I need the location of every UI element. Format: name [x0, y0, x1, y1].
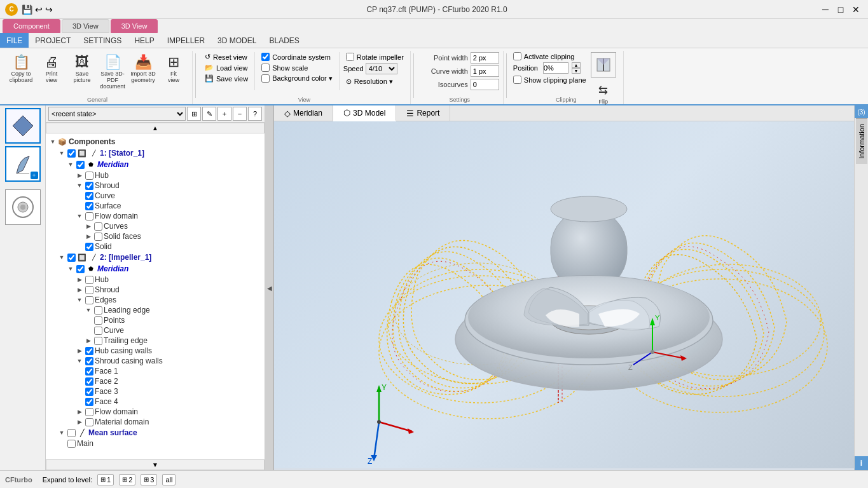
tree-add-button[interactable]: +: [217, 107, 231, 121]
mean-surface-checkbox[interactable]: [67, 429, 76, 437]
panel-collapse-button[interactable]: ◀: [265, 105, 274, 470]
curve-shroud-stator-checkbox[interactable]: [85, 192, 93, 200]
expand-all-button[interactable]: all: [162, 474, 176, 485]
tree-item-hub-casing[interactable]: ▶ Hub casing walls: [46, 346, 265, 356]
shroud-impeller-checkbox[interactable]: [85, 286, 93, 294]
information-tab[interactable]: Information: [856, 118, 867, 164]
trailing-edge-checkbox[interactable]: [94, 337, 102, 345]
tree-item-curves-flow-stator[interactable]: ▶ Curves: [46, 221, 265, 231]
save-view-row[interactable]: 💾 Save view: [202, 74, 251, 83]
tree-item-hub-impeller[interactable]: ▶ Hub: [46, 274, 265, 285]
curves-flow-stator-expand[interactable]: ▶: [84, 222, 93, 231]
shroud-casing-checkbox[interactable]: [85, 357, 93, 365]
stator1-checkbox[interactable]: [67, 149, 76, 158]
meridian-impeller-checkbox[interactable]: [76, 265, 85, 273]
menu-settings[interactable]: SETTINGS: [77, 33, 128, 48]
undo-icon[interactable]: ↩: [35, 4, 43, 15]
tree-item-edges[interactable]: ▼ Edges: [46, 295, 265, 305]
coordinate-system-checkbox[interactable]: [261, 53, 270, 61]
tree-remove-button[interactable]: −: [233, 107, 247, 121]
close-button[interactable]: ✕: [849, 3, 863, 17]
tree-item-meridian-impeller[interactable]: ▼ ⬟ Meridian: [46, 263, 265, 274]
info-icon[interactable]: i: [855, 456, 869, 470]
3d-scene[interactable]: Y Z Y: [274, 121, 854, 468]
speed-select[interactable]: 4/101/1010/10: [366, 63, 397, 74]
tree-item-leading-edge[interactable]: ▼ Leading edge: [46, 305, 265, 315]
face1-checkbox[interactable]: [85, 367, 93, 376]
tree-item-impeller1[interactable]: ▼ 🔲 ╱ 2: [Impeller_1]: [46, 252, 265, 263]
background-color-row[interactable]: Background color ▾: [259, 74, 335, 83]
meridian-impeller-expand[interactable]: ▼: [66, 264, 75, 273]
copy-clipboard-button[interactable]: 📋 Copy toclipboard: [6, 52, 36, 86]
face4-checkbox[interactable]: [85, 398, 93, 406]
impeller1-expand[interactable]: ▼: [57, 253, 66, 262]
tree-item-material-domain[interactable]: ▶ Material domain: [46, 417, 265, 427]
tree-item-surface-shroud-stator[interactable]: Surface: [46, 201, 265, 211]
show-clipping-plane-checkbox[interactable]: [513, 76, 521, 84]
menu-impeller[interactable]: IMPELLER: [161, 33, 211, 48]
tab-component[interactable]: Component: [3, 19, 60, 33]
tree-item-solid[interactable]: Solid: [46, 241, 265, 252]
tree-item-trailing-edge[interactable]: ▶ Trailing edge: [46, 336, 265, 346]
shroud-casing-expand[interactable]: ▼: [75, 356, 84, 365]
stator1-expand[interactable]: ▼: [57, 149, 66, 158]
tree-item-mean-surface[interactable]: ▼ ╱ Mean surface: [46, 427, 265, 438]
load-view-row[interactable]: 📂 Load view: [202, 63, 251, 72]
tree-help-button[interactable]: ?: [248, 107, 262, 121]
show-scale-row[interactable]: Show scale: [259, 63, 335, 72]
tool-impeller-button[interactable]: [5, 189, 41, 225]
material-domain-expand[interactable]: ▶: [75, 417, 84, 426]
meridian-stator-checkbox[interactable]: [76, 161, 85, 169]
solid-faces-checkbox[interactable]: [94, 233, 102, 241]
clipping-plane-icon-button[interactable]: [591, 52, 616, 78]
flow-domain-impeller-expand[interactable]: ▶: [75, 407, 84, 416]
resolution-row[interactable]: ⊙ Resolution ▾: [343, 77, 406, 86]
hub-stator-expand[interactable]: ▶: [75, 171, 84, 180]
tree-item-hub-stator[interactable]: ▶ Hub: [46, 170, 265, 180]
flow-domain-stator-checkbox[interactable]: [85, 212, 93, 220]
curve-width-input[interactable]: [471, 65, 499, 77]
hub-casing-checkbox[interactable]: [85, 347, 93, 355]
tool-component-button[interactable]: [5, 108, 41, 144]
point-width-input[interactable]: [471, 52, 499, 64]
main-checkbox[interactable]: [67, 440, 76, 448]
reset-view-row[interactable]: ↺ Reset view: [202, 52, 251, 62]
tree-item-curve-shroud-stator[interactable]: Curve: [46, 191, 265, 201]
tree-item-solid-faces[interactable]: ▶ Solid faces: [46, 231, 265, 241]
tree-item-points[interactable]: Points: [46, 315, 265, 325]
tree-item-shroud-stator[interactable]: ▼ Shroud: [46, 180, 265, 191]
background-color-checkbox[interactable]: [261, 74, 270, 83]
curves-flow-stator-checkbox[interactable]: [94, 222, 102, 231]
tree-item-face4[interactable]: Face 4: [46, 396, 265, 407]
tree-item-flow-domain-stator[interactable]: ▼ Flow domain: [46, 211, 265, 221]
activate-clipping-checkbox[interactable]: [513, 52, 521, 60]
save-picture-button[interactable]: 🖼 Savepicture: [67, 52, 97, 86]
flow-domain-stator-expand[interactable]: ▼: [75, 212, 84, 220]
hub-casing-expand[interactable]: ▶: [75, 346, 84, 355]
tree-item-main[interactable]: Main: [46, 438, 265, 449]
curve-leading-checkbox[interactable]: [94, 327, 102, 335]
flow-domain-impeller-checkbox[interactable]: [85, 408, 93, 416]
maximize-button[interactable]: □: [834, 3, 848, 17]
position-down-button[interactable]: ▼: [572, 68, 581, 74]
state-selector[interactable]: <recent state>: [48, 107, 186, 121]
menu-project[interactable]: PROJECT: [29, 33, 77, 48]
edges-expand[interactable]: ▼: [75, 295, 84, 304]
tree-item-shroud-casing[interactable]: ▼ Shroud casing walls: [46, 356, 265, 366]
menu-help[interactable]: HELP: [128, 33, 160, 48]
coordinate-system-row[interactable]: Coordinate system: [259, 52, 335, 62]
tree-item-stator1[interactable]: ▼ 🔲 ╱ 1: [Stator_1]: [46, 147, 265, 159]
show-scale-checkbox[interactable]: [261, 64, 270, 72]
tree-new-tab-button[interactable]: ⊞: [187, 107, 201, 121]
mean-surface-expand[interactable]: ▼: [57, 428, 66, 437]
redo-icon[interactable]: ↪: [45, 4, 53, 15]
tree-item-face3[interactable]: Face 3: [46, 386, 265, 396]
solid-checkbox[interactable]: [85, 243, 93, 251]
tab-3dview-1[interactable]: 3D View: [62, 19, 109, 33]
expand-level-1-button[interactable]: ⊞ 1: [97, 474, 114, 485]
hub-stator-checkbox[interactable]: [85, 172, 93, 180]
tree-item-flow-domain-impeller[interactable]: ▶ Flow domain: [46, 407, 265, 417]
tree-item-face2[interactable]: Face 2: [46, 376, 265, 386]
save-icon[interactable]: 💾: [22, 4, 32, 15]
edges-checkbox[interactable]: [85, 296, 93, 304]
